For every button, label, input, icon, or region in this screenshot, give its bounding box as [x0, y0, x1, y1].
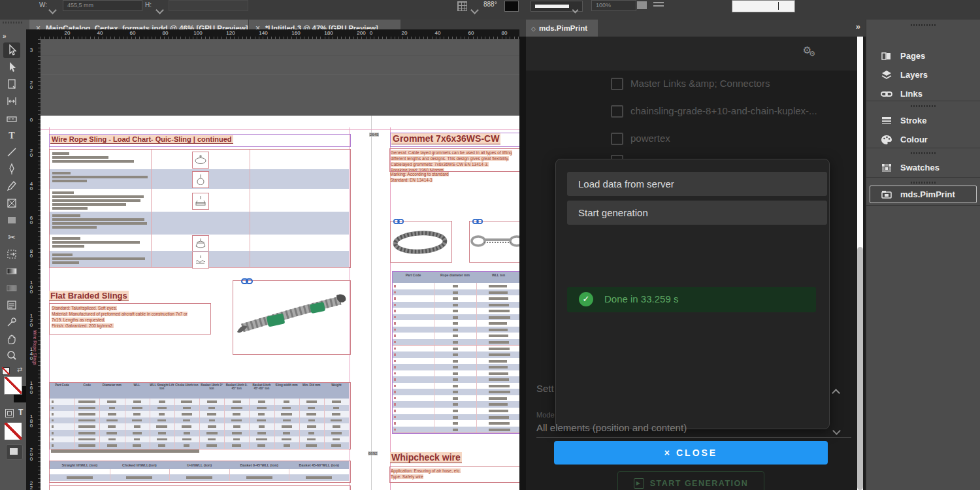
mode-select-value[interactable]: All elements (position and content): [536, 422, 687, 433]
width-field-label: W:: [39, 1, 47, 8]
rectangle-frame-tool-icon: [5, 197, 18, 210]
zoom-tool[interactable]: [3, 348, 20, 364]
ruler-corner[interactable]: [26, 29, 41, 39]
table-row[interactable]: [50, 442, 349, 449]
start-generation-button[interactable]: Start generation: [567, 201, 827, 225]
rectangle-tool-icon: [5, 214, 18, 227]
gradient-tool[interactable]: [3, 263, 20, 279]
image-frame[interactable]: [233, 280, 351, 355]
dock-drag-handle[interactable]: [911, 24, 936, 26]
image-frame[interactable]: [390, 221, 452, 263]
load-chart-table[interactable]: [49, 149, 351, 268]
text-frame[interactable]: Application: Ensuring of air hose, etc.T…: [389, 466, 526, 483]
table-row[interactable]: [393, 427, 521, 434]
table-row[interactable]: [50, 189, 349, 212]
column-divider: [476, 414, 477, 421]
opacity-field[interactable]: 100%: [591, 0, 636, 11]
settings-gears-icon[interactable]: ⚙⚙: [803, 44, 818, 56]
pen-tool[interactable]: [3, 161, 20, 177]
direct-selection-tool[interactable]: [3, 59, 20, 75]
checkbox[interactable]: [611, 105, 623, 118]
text-frame[interactable]: Standard: Taluritspliced. Soft eyes.Mate…: [49, 303, 211, 335]
selection-tool[interactable]: [3, 42, 20, 58]
table-row[interactable]: [50, 251, 349, 268]
flat-braided-table[interactable]: Part CodeCodeDiameter mmWLLWLL Straight …: [49, 382, 351, 449]
height-stepper-icon[interactable]: [157, 4, 163, 16]
page-tool[interactable]: [3, 76, 20, 92]
type-tool[interactable]: T: [3, 127, 20, 143]
v-ruler[interactable]: 32 002 04 06 08 01 0 01 2 01 4 01 6 01 8…: [26, 39, 41, 490]
panel-collapse-icon[interactable]: »: [856, 22, 860, 31]
start-generation-outline-button[interactable]: ▶ START GENERATION: [617, 471, 764, 490]
hand-tool[interactable]: [3, 331, 20, 347]
table-row[interactable]: [50, 235, 349, 252]
dock-item-colour[interactable]: Colour: [866, 131, 980, 148]
reference-chevron-icon[interactable]: [472, 4, 478, 16]
dock-drag-handle[interactable]: [911, 152, 936, 154]
heading-frame[interactable]: Wire Rope Sling - Load Chart- Quic-Sling…: [49, 134, 351, 147]
close-button[interactable]: ×CLOSE: [554, 441, 828, 465]
pencil-tool[interactable]: [3, 178, 20, 194]
dock-item-layers[interactable]: Layers: [866, 66, 980, 84]
export-item-row[interactable]: Master Links &amp; Connectors: [611, 77, 853, 91]
tools-collapse-icon[interactable]: »: [3, 33, 7, 40]
dock-item-links[interactable]: Links: [866, 85, 980, 103]
formatting-container-icon[interactable]: [5, 409, 14, 417]
panel-scrollbar[interactable]: [857, 37, 863, 490]
mode-select-chevron-icon[interactable]: [834, 425, 840, 436]
load-data-button[interactable]: Load data from server: [567, 172, 827, 196]
grommet-table[interactable]: Part CodeRope diameter mmWLL ton: [392, 271, 522, 434]
gap-tool[interactable]: [3, 93, 20, 109]
mini-fill-stroke-icon[interactable]: [2, 367, 10, 375]
quick-apply-input[interactable]: [732, 0, 795, 12]
align-icon[interactable]: [653, 2, 664, 8]
reference-point-icon[interactable]: [457, 1, 467, 11]
fill-swatch[interactable]: [504, 1, 519, 12]
table-row[interactable]: [50, 474, 349, 481]
h-ruler-label: 140: [259, 30, 267, 36]
eyedropper-tool[interactable]: [3, 314, 20, 330]
free-transform-tool[interactable]: [3, 246, 20, 262]
export-item-row[interactable]: powertex: [611, 132, 853, 146]
text-frame[interactable]: General: Cable layed grommets can be use…: [389, 148, 525, 172]
width-field[interactable]: 455,5 mm: [63, 0, 142, 11]
gradient-feather-tool[interactable]: [3, 280, 20, 296]
rectangle-frame-tool[interactable]: [3, 195, 20, 211]
width-stepper-icon[interactable]: [50, 4, 56, 16]
screen-mode-button[interactable]: [6, 444, 23, 460]
table-row[interactable]: [50, 212, 349, 235]
dock-drag-handle[interactable]: [911, 182, 936, 184]
formatting-text-icon[interactable]: T: [18, 408, 23, 417]
dock-item-stroke[interactable]: Stroke: [866, 112, 980, 129]
fill-box[interactable]: [4, 376, 22, 395]
text-frame-cut[interactable]: [49, 485, 351, 490]
height-field[interactable]: [169, 0, 248, 11]
note-tool[interactable]: [3, 297, 20, 313]
tab-pimprint[interactable]: ◇mds.PimPrint: [526, 20, 598, 37]
table-row[interactable]: [50, 150, 349, 170]
line-tool[interactable]: [3, 144, 20, 160]
apply-none-button[interactable]: [4, 422, 22, 440]
content-collector-tool[interactable]: [3, 110, 20, 126]
swap-fill-stroke-icon[interactable]: ⇄: [17, 366, 22, 373]
panel-scrollbar-thumb[interactable]: [857, 247, 863, 490]
tools-drag-handle[interactable]: [3, 22, 22, 24]
wll-table[interactable]: Straight liftWLL (ton)Choked liftWLL(ton…: [49, 461, 351, 483]
dock-item-mds-pimprint[interactable]: mds.PimPrint: [870, 186, 977, 203]
effects-icon[interactable]: [637, 1, 647, 9]
heading-frame[interactable]: Grommet 7x6x36WS-CW: [390, 133, 520, 147]
rectangle-tool[interactable]: [3, 212, 20, 228]
export-item-row[interactable]: chainsling-grade-8+10-and-chain-kuplex-.…: [611, 105, 853, 119]
checkbox[interactable]: [611, 78, 623, 90]
settings-collapse-icon[interactable]: [833, 387, 839, 399]
dock-item-swatches[interactable]: Swatches: [866, 159, 980, 176]
scissors-tool[interactable]: ✂: [3, 229, 20, 245]
image-frame[interactable]: [469, 221, 525, 263]
table-row[interactable]: [50, 169, 349, 189]
angle-value[interactable]: 888°: [483, 1, 497, 8]
dock-item-pages[interactable]: Pages: [866, 47, 980, 65]
dock-drag-handle[interactable]: [911, 105, 936, 107]
stroke-style-select[interactable]: [531, 1, 583, 12]
h-ruler[interactable]: 20406080100120140160180200020406080: [41, 29, 519, 39]
checkbox[interactable]: [611, 133, 623, 145]
